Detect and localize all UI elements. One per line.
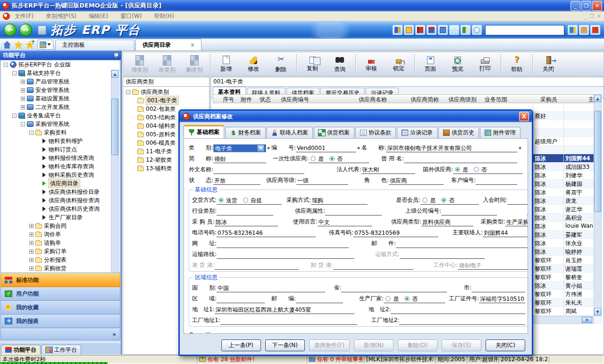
industry-field[interactable]: [217, 208, 273, 215]
preview-button[interactable]: 预览: [444, 53, 471, 75]
radio-self-pickup[interactable]: [243, 198, 248, 203]
notebook-icon[interactable]: [415, 25, 425, 35]
audit-button[interactable]: 审核: [358, 53, 385, 75]
tree-item[interactable]: 物料报价情况查询: [1, 154, 120, 162]
go-icon[interactable]: [568, 25, 578, 35]
supplier-type-field[interactable]: 原料供应商: [421, 219, 473, 226]
email-field[interactable]: [396, 240, 528, 248]
folder-up-icon[interactable]: [404, 25, 414, 35]
desktop-icon[interactable]: [393, 25, 403, 35]
previous-record-button[interactable]: 上一条(P): [221, 339, 261, 351]
dialog-tab-agreement-terms[interactable]: 协议条款: [355, 127, 396, 138]
scroll-right-icon[interactable]: >: [582, 317, 592, 323]
minimize-button[interactable]: _: [570, 1, 580, 11]
modify-button[interactable]: 修改: [240, 53, 267, 75]
radio-no-selected[interactable]: [329, 156, 335, 161]
close-dialog-button[interactable]: 关闭(C): [486, 339, 525, 351]
tree-item[interactable]: +采购订单: [1, 247, 120, 256]
radio-delivery-selected[interactable]: [218, 198, 224, 203]
role-field[interactable]: 供应商: [389, 177, 444, 185]
sidebar-scrollbar[interactable]: ▲ ▼: [111, 70, 119, 273]
tree-item-supplier-directory-selected[interactable]: 供应商目录: [1, 179, 120, 188]
category-select[interactable]: 电子类▼: [213, 144, 266, 152]
edit-category-button[interactable]: 改类别: [153, 53, 181, 75]
city-field[interactable]: [471, 285, 525, 292]
delete-button[interactable]: 删除: [267, 53, 294, 75]
tree-item[interactable]: +二次开发系统: [1, 103, 120, 111]
purchase-type-field[interactable]: 生产采购: [505, 219, 528, 226]
select-attachment-button[interactable]: 选择附件(F): [309, 339, 350, 351]
work-center-field[interactable]: 领创电子: [458, 262, 528, 270]
mail-status[interactable]: 你有 28 份新邮件!: [197, 355, 306, 364]
tab-main-panel[interactable]: 主控面板: [55, 40, 134, 50]
province-field[interactable]: [341, 285, 447, 292]
section-my-reports[interactable]: 我的报表: [0, 314, 120, 328]
dialog-tab-contact-archive[interactable]: 联络人档案: [267, 127, 313, 138]
tree-item[interactable]: 供应商供料历史查询: [1, 205, 120, 213]
foreign-name-field[interactable]: [213, 166, 304, 174]
transport-route-field[interactable]: [217, 251, 354, 259]
close-page-button[interactable]: 关闭: [535, 53, 562, 75]
add-category-button[interactable]: 增类别: [126, 53, 153, 75]
back-button[interactable]: ←: [4, 24, 17, 36]
language-field[interactable]: 中文: [318, 219, 372, 226]
code-field[interactable]: Vend0001: [296, 145, 356, 152]
tree-item[interactable]: +询价单: [1, 230, 120, 239]
grid-header-row[interactable]: 序号 附件 状态 供应商编号 供应商名称 供应商简称 供应商级别 业务范围 采购…: [213, 94, 602, 103]
legal-rep-field[interactable]: 张大刚: [361, 166, 415, 174]
grade-field[interactable]: 一级: [296, 177, 348, 185]
remark-field[interactable]: [213, 332, 520, 334]
loading-port-field[interactable]: [215, 262, 299, 270]
home-icon[interactable]: [579, 25, 589, 35]
mdi-window-buttons[interactable]: _❐✕: [584, 13, 601, 19]
tree-item[interactable]: -采购资料: [1, 128, 120, 137]
quick-search-input[interactable]: [485, 25, 564, 35]
tree-item[interactable]: -业务集成平台: [1, 111, 120, 120]
query-button[interactable]: 查询: [326, 53, 353, 75]
folder-add-icon[interactable]: [438, 25, 448, 35]
org-chart-icon[interactable]: [427, 25, 436, 35]
factory-addr2-field[interactable]: [399, 317, 525, 325]
delete-category-button[interactable]: 删类别: [181, 53, 208, 75]
section-user-functions[interactable]: 用户功能: [0, 287, 120, 301]
exit-icon[interactable]: [590, 25, 600, 35]
radio-yes-selected[interactable]: [455, 167, 460, 172]
copy-button[interactable]: 复制: [299, 53, 326, 75]
tree-item[interactable]: +分析报表: [1, 256, 120, 264]
scroll-up-icon[interactable]: ▲: [111, 70, 118, 78]
page-setup-button[interactable]: 页面: [417, 53, 444, 75]
bottom-tab-function-platform[interactable]: 功能平台: [1, 345, 41, 355]
dialog-tab-supply-archive[interactable]: 供货档案: [314, 127, 354, 138]
radio-yes[interactable]: [310, 156, 316, 161]
close-button[interactable]: ✕: [592, 1, 602, 11]
phone-field[interactable]: 0755-83236146: [217, 230, 316, 237]
short-name-field[interactable]: 领创: [213, 156, 266, 163]
new-button[interactable]: 新增(N): [354, 339, 394, 351]
add-favorite-icon[interactable]: [25, 40, 34, 50]
home-tab-icon[interactable]: [2, 40, 12, 50]
chevron-down-icon[interactable]: ▼: [257, 145, 264, 152]
banner-small-icon[interactable]: [38, 25, 46, 35]
dialog-tab-finance-archive[interactable]: 财务档案: [225, 127, 266, 138]
website-field[interactable]: [217, 240, 349, 248]
radio-yes[interactable]: [422, 198, 428, 203]
tree-item[interactable]: 物料订货点: [1, 145, 120, 154]
discharge-port-field[interactable]: [333, 262, 413, 270]
address1-field[interactable]: 深圳市福田区红荔西路上航大厦405室: [215, 306, 354, 314]
category-item-selected[interactable]: 001-电子类: [123, 96, 209, 105]
address2-field[interactable]: [391, 306, 525, 314]
print-button[interactable]: 打印: [471, 53, 499, 75]
scroll-thumb[interactable]: [111, 99, 118, 155]
tree-item[interactable]: 供应商供料报价目录: [1, 188, 120, 196]
dialog-close-icon[interactable]: X: [519, 112, 529, 121]
save-button[interactable]: 保存(S): [442, 339, 481, 351]
tree-item[interactable]: +产品管理系统: [1, 77, 120, 86]
delete-button[interactable]: 删除(D): [398, 339, 437, 351]
menu-help[interactable]: 帮助(H): [154, 12, 174, 20]
tree-item[interactable]: +采购收货: [1, 264, 120, 273]
tree-item[interactable]: +采购合同: [1, 222, 120, 230]
tree-item[interactable]: 物料采购历史查询: [1, 171, 120, 179]
tree-item[interactable]: 物料资料维护: [1, 137, 120, 145]
next-record-button[interactable]: 下一条(N): [265, 339, 305, 351]
former-name-field[interactable]: [404, 156, 517, 163]
